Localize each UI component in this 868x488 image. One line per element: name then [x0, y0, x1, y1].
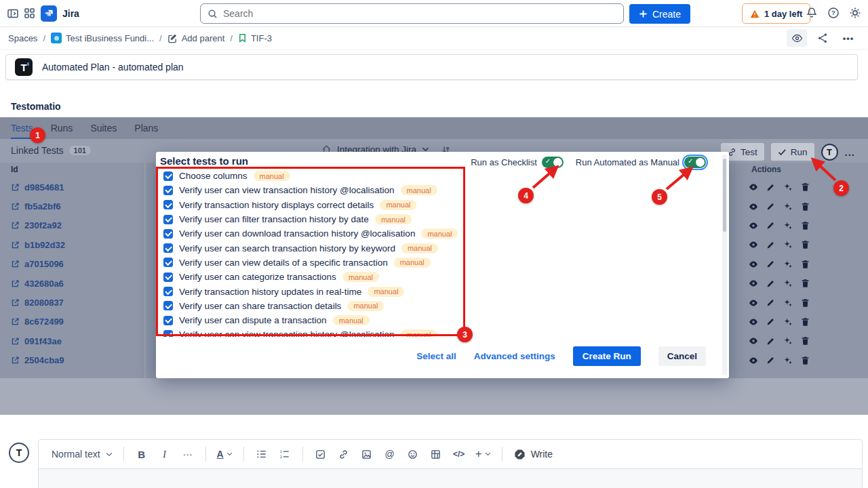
test-id-link[interactable]: 230f2a92 [11, 216, 140, 235]
test-checkbox[interactable] [163, 215, 173, 224]
insert-table-icon[interactable] [426, 444, 446, 464]
automated-plan-macro[interactable]: T Automated Plan - automated plan [5, 54, 858, 80]
view-eye-icon[interactable] [749, 299, 758, 307]
edit-pencil-icon[interactable] [766, 279, 775, 288]
delete-trash-icon[interactable] [801, 356, 810, 365]
test-id-link[interactable]: 2504cba9 [11, 351, 140, 370]
ai-sparkles-icon[interactable] [783, 356, 793, 365]
delete-trash-icon[interactable] [801, 317, 810, 327]
text-color-button[interactable]: A [214, 444, 236, 464]
panel-tab[interactable]: Suites [90, 123, 117, 139]
insert-more-button[interactable]: + [472, 444, 494, 464]
ai-sparkles-icon[interactable] [783, 260, 793, 269]
view-eye-icon[interactable] [749, 222, 758, 230]
edit-pencil-icon[interactable] [766, 317, 775, 326]
numbered-list-icon[interactable]: 12 [275, 444, 295, 464]
test-id-link[interactable]: a7015096 [11, 255, 140, 274]
view-eye-icon[interactable] [749, 279, 758, 287]
trial-countdown-badge[interactable]: 1 day left [742, 3, 810, 24]
edit-pencil-icon[interactable] [766, 183, 775, 192]
view-eye-icon[interactable] [749, 183, 758, 191]
text-format-more-button[interactable]: ··· [178, 444, 198, 464]
panel-tab[interactable]: Plans [134, 123, 158, 139]
view-eye-icon[interactable] [749, 357, 758, 365]
run-automated-as-manual-toggle[interactable] [684, 157, 706, 168]
select-all-link[interactable]: Select all [416, 351, 456, 361]
test-checkbox[interactable] [163, 316, 173, 325]
test-id-link[interactable]: 82080837 [11, 293, 140, 312]
task-list-icon[interactable] [311, 444, 331, 464]
edit-pencil-icon[interactable] [766, 356, 775, 365]
breadcrumb-add-parent[interactable]: Add parent [167, 33, 225, 43]
create-button[interactable]: Create [629, 4, 690, 24]
delete-trash-icon[interactable] [801, 182, 810, 192]
view-eye-icon[interactable] [749, 337, 758, 345]
testomatio-circle-button[interactable]: T [821, 144, 838, 161]
breadcrumb-space[interactable]: Test iBusiness Fundi... [51, 33, 154, 43]
test-checkbox[interactable] [163, 186, 173, 195]
delete-trash-icon[interactable] [801, 336, 810, 346]
delete-trash-icon[interactable] [801, 298, 810, 308]
app-switcher-icon[interactable] [24, 7, 35, 19]
test-id-link[interactable]: 8c672499 [11, 312, 140, 331]
code-block-icon[interactable]: </> [449, 444, 469, 464]
bold-button[interactable]: B [132, 444, 152, 464]
test-id-link[interactable]: b1b92d32 [11, 235, 140, 254]
ai-sparkles-icon[interactable] [783, 279, 793, 288]
run-button[interactable]: Run [771, 143, 814, 161]
view-eye-icon[interactable] [749, 203, 758, 211]
test-checkbox[interactable] [163, 287, 173, 296]
run-as-checklist-toggle[interactable] [542, 157, 564, 168]
jira-logo[interactable] [41, 5, 57, 22]
emoji-icon[interactable] [403, 444, 423, 464]
insert-image-icon[interactable] [357, 444, 377, 464]
bullet-list-icon[interactable] [252, 444, 272, 464]
test-id-link[interactable]: 091f43ae [11, 331, 140, 350]
ai-sparkles-icon[interactable] [783, 317, 793, 327]
delete-trash-icon[interactable] [801, 202, 810, 211]
edit-pencil-icon[interactable] [766, 337, 775, 346]
notifications-bell-icon[interactable] [806, 7, 818, 19]
advanced-settings-link[interactable]: Advanced settings [474, 351, 555, 361]
test-id-link[interactable]: 432680a6 [11, 274, 140, 293]
ai-sparkles-icon[interactable] [783, 221, 793, 230]
search-input[interactable] [223, 8, 616, 19]
cancel-button[interactable]: Cancel [658, 346, 706, 366]
mention-icon[interactable]: @ [380, 444, 400, 464]
edit-pencil-icon[interactable] [766, 221, 775, 230]
delete-trash-icon[interactable] [801, 240, 810, 249]
view-eye-icon[interactable] [749, 241, 758, 249]
breadcrumb-issue[interactable]: TIF-3 [238, 33, 272, 43]
ai-sparkles-icon[interactable] [783, 336, 793, 346]
watch-eye-icon[interactable] [787, 29, 807, 47]
ai-sparkles-icon[interactable] [783, 240, 793, 249]
create-run-button[interactable]: Create Run [573, 346, 641, 366]
test-checkbox[interactable] [163, 272, 173, 282]
text-style-dropdown[interactable]: Normal text [48, 444, 116, 464]
test-checkbox[interactable] [163, 330, 173, 337]
test-checkbox[interactable] [163, 301, 173, 310]
ai-sparkles-icon[interactable] [783, 182, 793, 192]
edit-pencil-icon[interactable] [766, 298, 775, 307]
delete-trash-icon[interactable] [801, 279, 810, 288]
settings-gear-icon[interactable] [849, 7, 861, 19]
link-icon[interactable] [334, 444, 354, 464]
ai-write-button[interactable]: Write [514, 449, 553, 460]
view-eye-icon[interactable] [749, 260, 758, 268]
more-actions-icon[interactable]: ••• [838, 29, 859, 47]
test-checkbox[interactable] [163, 171, 173, 181]
modal-scrollbar[interactable] [722, 155, 727, 375]
test-checkbox[interactable] [163, 243, 173, 253]
ai-sparkles-icon[interactable] [783, 298, 793, 308]
test-checkbox[interactable] [163, 200, 173, 209]
help-icon[interactable]: ? [827, 7, 840, 19]
delete-trash-icon[interactable] [801, 260, 810, 269]
edit-pencil-icon[interactable] [766, 241, 775, 249]
test-id-link[interactable]: d9854681 [11, 178, 140, 197]
italic-button[interactable]: I [155, 444, 175, 464]
test-checkbox[interactable] [163, 229, 173, 239]
panel-more-icon[interactable]: ... [845, 146, 856, 158]
breadcrumb-spaces[interactable]: Spaces [8, 33, 37, 43]
share-icon[interactable] [812, 29, 833, 47]
test-checkbox[interactable] [163, 258, 173, 267]
